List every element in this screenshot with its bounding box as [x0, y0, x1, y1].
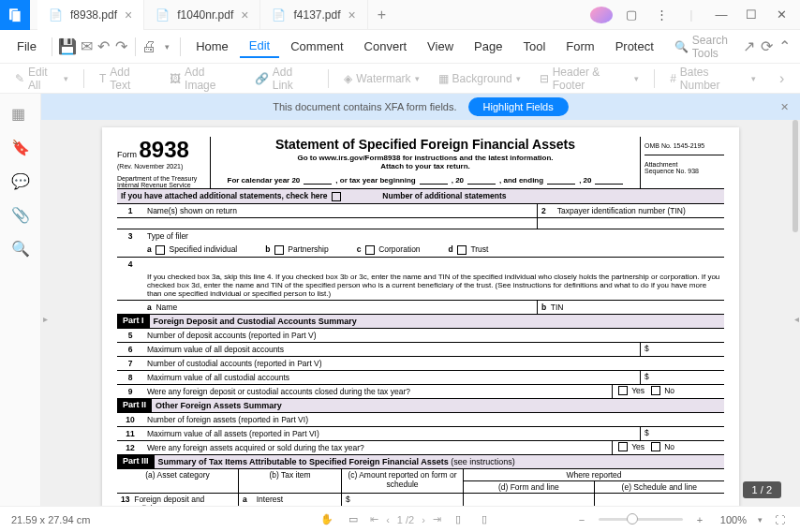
- document-viewport[interactable]: This document contains XFA form fields. …: [41, 94, 800, 506]
- left-sidebar: ▦ 🔖 💬 📎 🔍: [0, 94, 41, 506]
- zoom-out-icon[interactable]: −: [572, 514, 591, 525]
- form-title: Statement of Specified Foreign Financial…: [218, 137, 632, 152]
- close-icon[interactable]: ×: [125, 7, 132, 22]
- notification-icon[interactable]: ▢: [620, 7, 643, 22]
- select-tool-icon[interactable]: ▭: [344, 513, 363, 525]
- user-badge[interactable]: [590, 7, 613, 23]
- menu-page[interactable]: Page: [465, 36, 511, 57]
- close-icon[interactable]: ×: [348, 7, 356, 22]
- add-image-button[interactable]: 🖼Add Image: [162, 64, 244, 94]
- menubar: File 💾 ✉ ↶ ↷ 🖨 ▾ Home Edit Comment Conve…: [0, 30, 800, 64]
- menu-view[interactable]: View: [418, 36, 463, 57]
- first-page-icon[interactable]: ⇤: [370, 513, 378, 525]
- page-dimensions: 21.59 x 27.94 cm: [11, 514, 90, 525]
- comments-icon[interactable]: 💬: [11, 172, 30, 191]
- prev-page-icon[interactable]: ‹: [386, 514, 390, 525]
- zoom-slider[interactable]: [599, 518, 683, 521]
- menu-form[interactable]: Form: [556, 36, 603, 57]
- menu-protect[interactable]: Protect: [606, 36, 663, 57]
- external-link-icon[interactable]: ↗: [742, 36, 758, 58]
- redo-icon[interactable]: ↷: [113, 36, 129, 58]
- single-page-icon[interactable]: ▯: [449, 513, 467, 525]
- menu-comment[interactable]: Comment: [281, 36, 352, 57]
- app-logo: [0, 0, 30, 30]
- last-page-icon[interactable]: ⇥: [433, 513, 441, 525]
- file-menu[interactable]: File: [7, 39, 46, 53]
- page-indicator-badge: 1 / 2: [743, 481, 781, 498]
- menu-home[interactable]: Home: [186, 36, 238, 57]
- pdf-icon: 📄: [272, 8, 286, 22]
- undo-icon[interactable]: ↶: [96, 36, 111, 58]
- tab-0[interactable]: 📄f8938.pdf×: [37, 0, 144, 30]
- add-text-button[interactable]: TAdd Text: [92, 64, 158, 94]
- bates-number-button[interactable]: #Bates Number▾: [662, 64, 763, 94]
- header-footer-button[interactable]: ⊟Header & Footer▾: [532, 64, 647, 94]
- close-icon[interactable]: ×: [241, 7, 248, 22]
- page-number-input[interactable]: 1: [397, 514, 403, 525]
- separator: |: [680, 7, 703, 22]
- menu-convert[interactable]: Convert: [355, 36, 417, 57]
- continuous-icon[interactable]: ▯: [475, 513, 494, 525]
- watermark-button[interactable]: ◈Watermark▾: [336, 70, 426, 87]
- hand-tool-icon[interactable]: ✋: [318, 513, 336, 525]
- mail-icon[interactable]: ✉: [79, 36, 95, 58]
- close-notification-icon[interactable]: ✕: [780, 101, 789, 113]
- maximize-icon[interactable]: ☐: [740, 7, 763, 22]
- zoom-in-icon[interactable]: +: [690, 514, 709, 525]
- right-handle[interactable]: ◂: [793, 300, 800, 337]
- attachments-icon[interactable]: 📎: [11, 206, 30, 225]
- sync-icon[interactable]: ⟳: [759, 36, 775, 58]
- more-tools-icon[interactable]: ›: [771, 67, 793, 90]
- pdf-icon: 📄: [49, 8, 63, 22]
- pdf-icon: 📄: [156, 8, 170, 22]
- tab-1[interactable]: 📄f1040nr.pdf×: [144, 0, 260, 30]
- menu-tool[interactable]: Tool: [513, 36, 555, 57]
- thumbnails-icon[interactable]: ▦: [11, 105, 30, 124]
- titlebar: 📄f8938.pdf× 📄f1040nr.pdf× 📄f4137.pdf× + …: [0, 0, 800, 30]
- svg-rect-1: [12, 10, 21, 22]
- search-tools[interactable]: 🔍Search Tools: [667, 34, 740, 60]
- save-icon[interactable]: 💾: [58, 36, 77, 58]
- next-page-icon[interactable]: ›: [422, 514, 425, 525]
- background-button[interactable]: ▦Background▾: [431, 70, 528, 87]
- search-icon: 🔍: [674, 40, 689, 53]
- collapse-icon[interactable]: ⌃: [777, 36, 793, 58]
- left-handle[interactable]: ▸: [41, 300, 49, 337]
- add-link-button[interactable]: 🔗Add Link: [247, 64, 321, 94]
- print-icon[interactable]: 🖨: [141, 36, 157, 58]
- highlight-fields-button[interactable]: Highlight Fields: [468, 97, 569, 116]
- print-dropdown-icon[interactable]: ▾: [159, 36, 175, 58]
- xfa-notification: This document contains XFA form fields. …: [41, 94, 800, 120]
- kebab-icon[interactable]: ⋮: [650, 7, 673, 22]
- pdf-page: Form 8938 (Rev. November 2021) Departmen…: [102, 127, 739, 506]
- add-tab-button[interactable]: +: [368, 7, 395, 23]
- menu-edit[interactable]: Edit: [240, 35, 279, 58]
- zoom-level[interactable]: 100%: [720, 514, 747, 525]
- fit-page-icon[interactable]: ⛶: [770, 514, 789, 525]
- page-nav: ⇤ ‹ 1 /2 › ⇥: [370, 513, 441, 525]
- search-panel-icon[interactable]: 🔍: [11, 240, 30, 259]
- minimize-icon[interactable]: —: [710, 7, 733, 22]
- bookmarks-icon[interactable]: 🔖: [11, 139, 30, 157]
- close-window-icon[interactable]: ✕: [770, 7, 793, 22]
- xfa-message: This document contains XFA form fields.: [273, 101, 456, 112]
- workspace: ▦ 🔖 💬 📎 🔍 ▸ ◂ This document contains XFA…: [0, 94, 800, 506]
- tab-2[interactable]: 📄f4137.pdf×: [260, 0, 367, 30]
- edit-toolbar: ✎Edit All▾ TAdd Text 🖼Add Image 🔗Add Lin…: [0, 64, 800, 94]
- edit-all-button[interactable]: ✎Edit All▾: [7, 64, 76, 94]
- checkbox[interactable]: [332, 192, 341, 201]
- statusbar: 21.59 x 27.94 cm ✋ ▭ ⇤ ‹ 1 /2 › ⇥ ▯ ▯ − …: [0, 506, 800, 532]
